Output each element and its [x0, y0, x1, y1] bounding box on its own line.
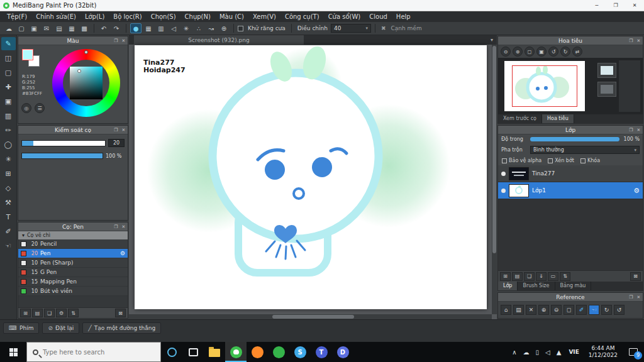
select-tool[interactable]: ▢ [1, 66, 16, 79]
brush-row-pen-sharp[interactable]: 10 Pen (Sharp) [18, 258, 128, 268]
shortcut-keys-button[interactable]: ⌨ Phím [3, 322, 39, 334]
close-panel-icon[interactable]: ✕ [636, 128, 641, 133]
float-panel-icon[interactable]: ❐ [113, 38, 119, 43]
protect-alpha-option[interactable]: Bảo vệ alpha [502, 158, 541, 163]
close-panel-icon[interactable]: ✕ [121, 38, 126, 43]
text-tool[interactable]: T [1, 211, 16, 224]
straight-line-button[interactable]: ╱ Tạo một đường thẳng [82, 322, 161, 334]
menu-view[interactable]: Xem(V) [248, 11, 280, 22]
redo-icon[interactable]: ↷ [111, 23, 122, 33]
reference-zoom-in-icon[interactable]: ⊕ [538, 305, 549, 315]
eraser-tool[interactable]: ◫ [1, 52, 16, 65]
menu-file[interactable]: Tệp(F) [3, 11, 31, 22]
discord-button[interactable]: D [332, 342, 353, 362]
brush-size-grid-icon[interactable]: ▦ [143, 23, 154, 33]
layer-visibility-icon[interactable] [501, 189, 506, 193]
tab-navigator[interactable]: Hoa tiêu [542, 114, 574, 123]
select-pen-tool[interactable]: ✏ [1, 124, 16, 137]
material-icon[interactable]: ▩ [79, 23, 90, 33]
lasso-tool[interactable]: ◯ [1, 138, 16, 151]
correction-icon[interactable]: ↝ [206, 23, 217, 33]
brush-tool[interactable]: ✎ [1, 37, 16, 50]
menu-layer[interactable]: Lớp(L) [80, 11, 109, 22]
sv-picker-dot[interactable] [77, 69, 81, 73]
new-canvas-icon[interactable]: ▢ [16, 23, 27, 33]
add-layer-icon[interactable]: ⊞ [500, 272, 511, 281]
battery-icon[interactable]: ▯ [532, 349, 542, 356]
minimize-button[interactable]: ─ [587, 0, 606, 11]
brush-tip-icon[interactable]: ● [130, 23, 142, 33]
actual-size-icon[interactable]: ▣ [536, 47, 547, 57]
slider-view-icon[interactable]: ☰ [35, 103, 45, 113]
taskbar-clock[interactable]: 6:44 AM 1/12/2022 [584, 345, 623, 359]
lock-checkbox[interactable] [580, 158, 586, 163]
lock-option[interactable]: Khóa [580, 158, 600, 163]
fit-window-icon[interactable]: ◻ [525, 47, 535, 57]
flip-icon[interactable]: ⇄ [572, 47, 582, 57]
float-panel-icon[interactable]: ❐ [113, 224, 119, 229]
close-panel-icon[interactable]: ✕ [636, 38, 641, 43]
hue-picker-dot[interactable] [84, 50, 88, 54]
reference-close-icon[interactable]: ✕ [526, 305, 536, 315]
start-button[interactable] [0, 342, 26, 362]
reference-fit-icon[interactable]: ◻ [564, 305, 574, 315]
menu-filter[interactable]: Bộ lọc(R) [109, 11, 146, 22]
tab-layers[interactable]: Lớp [498, 282, 518, 290]
navigator-view-rect[interactable] [512, 65, 577, 107]
maximize-button[interactable]: ❐ [606, 0, 625, 11]
medibang-taskbar-button[interactable] [225, 342, 247, 362]
scatter-icon[interactable]: ∴ [193, 23, 204, 33]
menu-color[interactable]: Màu (C) [215, 11, 248, 22]
menu-help[interactable]: Help [392, 11, 415, 22]
brush-settings-gear-icon[interactable]: ⚙ [120, 250, 125, 256]
divide-tool[interactable]: ⊞ [1, 167, 16, 180]
skype-button[interactable]: S [289, 342, 311, 362]
grid-view-icon[interactable]: ▦ [66, 23, 77, 33]
layer-settings-gear-icon[interactable]: ⚙ [633, 187, 640, 195]
reference-hand-icon[interactable]: ☜ [589, 305, 599, 315]
primary-color-swatch[interactable] [22, 49, 33, 60]
eyedropper-tool[interactable]: ✐ [1, 225, 16, 238]
fill-tool[interactable]: ▣ [1, 95, 16, 108]
symmetry-icon[interactable]: ✳ [180, 23, 192, 33]
brush-settings-icon[interactable]: ⚙ [56, 309, 67, 317]
gradient-tool[interactable]: ▥ [1, 109, 16, 123]
reference-home-icon[interactable]: ⌂ [501, 305, 511, 315]
layer-reorder-icon[interactable]: ⇅ [560, 272, 570, 281]
reference-zoom-out-icon[interactable]: ⊖ [551, 305, 562, 315]
brush-reorder-icon[interactable]: ⇅ [68, 309, 79, 317]
menu-tools[interactable]: Công cụ(T) [280, 11, 324, 22]
menu-cloud[interactable]: Cloud [365, 11, 392, 22]
brush-preview-thumbnail[interactable] [597, 63, 616, 78]
tab-color-palette[interactable]: Bảng màu [555, 282, 592, 290]
brush-preview-thumbnail[interactable] [597, 82, 616, 97]
cortana-button[interactable] [161, 342, 182, 362]
rotate-left-icon[interactable]: ↺ [548, 47, 558, 57]
brush-row-outline-pen[interactable]: 10 Bút vẽ viền [18, 287, 128, 296]
brush-size-value[interactable]: 20 [108, 139, 125, 147]
reference-eyedropper-icon[interactable]: ✐ [576, 305, 587, 315]
vertical-scroll-thumb[interactable] [492, 46, 496, 253]
softedge-x-icon[interactable]: ✖ [379, 25, 388, 31]
brush-group-row[interactable]: ▾ Cọ vẽ chì [18, 231, 128, 239]
reference-reset-icon[interactable]: ↺ [614, 305, 625, 315]
firefox-button[interactable] [247, 342, 268, 362]
protect-alpha-checkbox[interactable] [502, 158, 507, 163]
blend-dropdown[interactable]: Bình thường ▾ [530, 146, 640, 154]
tray-expand-icon[interactable]: ∧ [509, 349, 519, 356]
brush-row-mapping-pen[interactable]: 15 Mapping Pen [18, 277, 128, 287]
delete-brush-icon[interactable]: ⊠ [115, 309, 126, 317]
zoom-out-icon[interactable]: ⊖ [501, 47, 511, 57]
color-wheel[interactable] [52, 49, 120, 117]
brush-size-slider[interactable] [21, 140, 106, 146]
reference-folder-icon[interactable]: ▤ [513, 305, 524, 315]
language-indicator[interactable]: VIE [564, 349, 583, 355]
reference-rotate-icon[interactable]: ↻ [601, 305, 612, 315]
menu-select[interactable]: Chọn(S) [147, 11, 180, 22]
brush-row-pen[interactable]: 20 Pen ⚙ [18, 249, 128, 258]
brush-opacity-slider[interactable] [21, 153, 103, 159]
navigator-preview[interactable] [498, 58, 643, 114]
teams-button[interactable]: T [311, 342, 332, 362]
tab-list-icon[interactable]: ▾ [487, 35, 497, 45]
drawing-canvas[interactable]: Tina277 Hoidap247 [135, 45, 487, 309]
